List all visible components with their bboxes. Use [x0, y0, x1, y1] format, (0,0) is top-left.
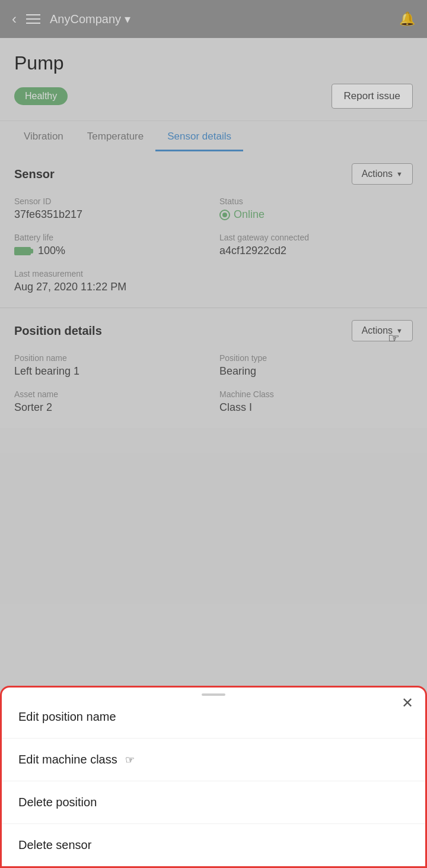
cursor-hand-icon-2: ☞ [125, 754, 135, 766]
close-button[interactable]: ✕ [401, 695, 413, 711]
edit-machine-class-item[interactable]: Edit machine class ☞ [2, 739, 425, 781]
bottom-sheet-overlay: ✕ Edit position name Edit machine class … [0, 0, 427, 868]
bottom-sheet: ✕ Edit position name Edit machine class … [0, 686, 427, 868]
delete-sensor-item[interactable]: Delete sensor [2, 824, 425, 866]
edit-position-name-item[interactable]: Edit position name [2, 696, 425, 739]
handle-bar [202, 693, 225, 696]
delete-position-item[interactable]: Delete position [2, 781, 425, 824]
sheet-handle [2, 688, 425, 696]
